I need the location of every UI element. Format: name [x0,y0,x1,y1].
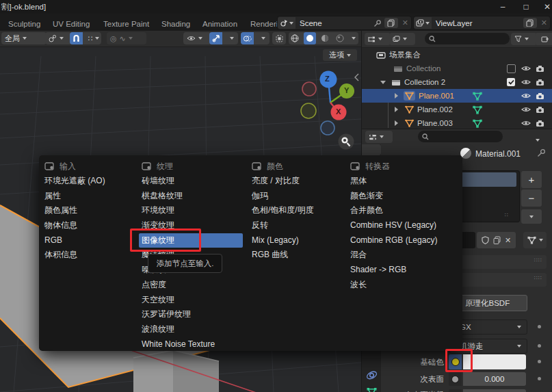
menu-item-object-info[interactable]: 物体信息 [44,218,105,233]
tab-object-data-icon[interactable] [367,387,377,392]
hide-eye-icon[interactable] [521,65,531,72]
menu-item-wavelength[interactable]: 波长 [350,278,437,293]
outliner-row-scene-collection[interactable]: 场景集合 [362,48,552,62]
menu-item-white-noise-texture[interactable]: White Noise Texture [142,337,243,352]
menu-item-color-ramp[interactable]: 颜色渐变 [350,189,437,204]
properties-options-dropdown[interactable] [536,134,540,144]
pivot-point-dropdown[interactable] [45,32,73,44]
outliner-filter-id-dropdown[interactable] [389,33,415,45]
outliner-search-input[interactable] [425,33,510,44]
exclude-checkbox[interactable] [507,78,515,86]
menu-item-rgb[interactable]: RGB [44,233,105,248]
subsurface-value-field[interactable]: 0.000 [463,372,526,386]
tab-texture-paint[interactable]: Texture Paint [103,17,149,31]
subsurface-socket-button[interactable] [449,372,462,386]
collapse-arrow-icon[interactable] [380,81,386,84]
menu-item-mix[interactable]: 混合 [350,248,437,263]
menu-item-checker-texture[interactable]: 棋盘格纹理 [142,189,243,204]
menu-item-point-density[interactable]: 点密度 [142,278,243,293]
menu-item-brick-texture[interactable]: 砖墙纹理 [142,174,243,189]
outliner-row-plane001[interactable]: Plane.001 [362,89,552,103]
menu-item-rgb-curves[interactable]: RGB 曲线 [252,248,314,263]
expand-arrow-icon[interactable] [395,107,398,112]
shading-wireframe-button[interactable] [289,32,301,44]
outliner-row-collection2[interactable]: Collection 2 [362,75,552,89]
new-collection-button[interactable] [535,33,552,45]
animate-dot[interactable] [538,377,541,380]
menu-item-hue-saturation-value[interactable]: 色相/饱和度/明度 [252,203,314,218]
viewlayer-name[interactable]: ViewLayer [432,19,523,27]
menu-item-combine-rgb-legacy[interactable]: Combine RGB (Legacy) [350,233,437,248]
minimize-button[interactable]: – [494,1,512,13]
menu-item-ambient-occlusion[interactable]: 环境光遮蔽 (AO) [44,174,105,189]
shading-dropdown[interactable] [349,32,358,44]
breadcrumb-material-name[interactable]: Material.001 [475,149,521,159]
transform-orientation-dropdown[interactable]: 全局 [1,32,47,44]
copy-material-icon[interactable] [493,236,501,244]
outliner-row-plane002[interactable]: Plane.002 [362,103,552,116]
properties-editor-type-dropdown[interactable] [365,131,393,143]
menu-item-wave-texture[interactable]: 波浪纹理 [142,322,243,337]
node-tree-dropdown[interactable] [523,232,547,248]
proportional-editing-group[interactable]: ◎∿ [107,32,146,44]
subsurface-radius-field[interactable] [463,389,526,392]
scene-selector[interactable]: Scene ✕ [277,16,412,30]
pin-icon[interactable] [537,148,546,157]
menu-item-gamma[interactable]: 伽玛 [252,189,314,204]
scene-icon[interactable] [278,17,295,29]
tab-physics-icon[interactable] [366,370,378,380]
menu-item-combine-hsv-legacy[interactable]: Combine HSV (Legacy) [350,218,437,233]
animate-dot[interactable] [538,325,541,328]
tab-uv-editing[interactable]: UV Editing [53,17,90,31]
menu-item-brightness-contrast[interactable]: 亮度 / 对比度 [252,174,314,189]
menu-item-voronoi-texture[interactable]: 沃罗诺伊纹理 [142,307,243,322]
hide-eye-icon[interactable] [521,120,531,127]
row-label[interactable]: Plane.001 [419,92,454,100]
remove-slot-button[interactable]: − [521,190,542,207]
tab-sculpting[interactable]: Sculpting [8,17,40,31]
outliner-display-mode-dropdown[interactable] [365,33,391,45]
close-button[interactable]: ✕ [538,1,552,13]
show-overlays-toggle[interactable] [241,32,254,44]
new-scene-button[interactable] [384,18,398,28]
unlink-material-icon[interactable]: ✕ [505,236,511,245]
gizmo-x-label[interactable]: X [336,107,341,116]
disable-render-camera-icon[interactable] [536,106,544,114]
gizmo-z-label[interactable]: Z [325,75,330,83]
exclude-checkbox[interactable] [507,64,516,73]
new-viewlayer-button[interactable] [523,18,537,28]
add-slot-button[interactable]: + [521,171,542,188]
gizmo-dropdown[interactable] [225,32,238,44]
show-gizmo-toggle[interactable] [209,32,222,44]
object-visibility-dropdown[interactable] [183,32,212,44]
maximize-button[interactable]: □ [517,1,535,13]
outliner-row-collection[interactable]: Collection [362,62,552,75]
menu-item-shader-to-rgb[interactable]: Shader -> RGB [350,263,437,278]
tab-rendering[interactable]: Renderi [250,17,278,31]
disable-render-camera-icon[interactable] [536,120,544,127]
row-label[interactable]: Collection 2 [404,78,445,86]
row-label[interactable]: Plane.003 [417,119,453,127]
pin-icon[interactable] [373,19,382,27]
menu-item-attribute[interactable]: 属性 [44,189,105,204]
xray-toggle[interactable] [272,32,286,44]
fake-user-shield-icon[interactable] [482,236,489,244]
hide-eye-icon[interactable] [521,79,531,86]
scene-name[interactable]: Scene [295,19,373,27]
menu-item-volume-info[interactable]: 体积信息 [44,248,105,263]
menu-item-color-attribute[interactable]: 颜色属性 [44,203,105,218]
animate-dot[interactable] [538,360,541,363]
disable-render-camera-icon[interactable] [536,65,544,73]
hide-eye-icon[interactable] [521,92,531,99]
shading-rendered-button[interactable] [334,32,346,44]
row-label[interactable]: Plane.002 [417,105,453,114]
tab-animation[interactable]: Animation [202,17,237,31]
shading-material-button[interactable] [319,32,331,44]
viewlayer-icon[interactable] [414,17,432,29]
subsurface-radius-socket-button[interactable] [449,389,462,392]
expand-arrow-icon[interactable] [395,93,398,99]
tab-shading[interactable]: Shading [161,17,190,31]
disable-render-camera-icon[interactable] [536,92,544,100]
menu-item-sky-texture[interactable]: 天空纹理 [142,293,243,308]
menu-item-mix-legacy[interactable]: Mix (Legacy) [252,233,314,248]
